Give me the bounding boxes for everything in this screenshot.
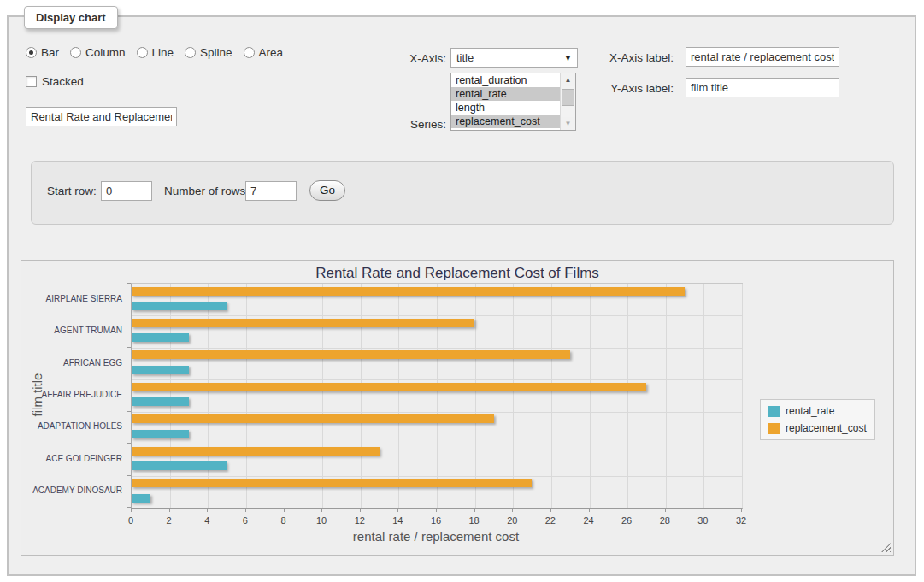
y-tick-mark: [127, 411, 131, 412]
series-option-length[interactable]: length: [451, 101, 561, 115]
chart-type-radio-bar[interactable]: Bar: [26, 46, 59, 59]
chart-panel: Rental Rate and Replacement Cost of Film…: [21, 260, 894, 556]
horizontal-gridline: [132, 444, 742, 444]
series-option-rental-duration[interactable]: rental_duration: [451, 73, 561, 87]
vertical-gridline: [361, 284, 362, 508]
legend-item-replacement-cost[interactable]: replacement_cost: [768, 422, 867, 434]
x-axis-select-label: X-Axis:: [376, 52, 446, 65]
y-tick-mark: [127, 315, 131, 315]
bar-rental-rate-academy-dinosaur[interactable]: [132, 494, 150, 503]
fieldset-legend: Display chart: [24, 6, 118, 29]
horizontal-gridline: [132, 476, 742, 477]
vertical-gridline: [666, 284, 667, 508]
category-label-african-egg: AFRICAN EGG: [21, 358, 122, 367]
x-tick-mark: [436, 508, 437, 512]
x-tick-label: 2: [152, 515, 186, 526]
vertical-gridline: [513, 284, 514, 508]
legend-label: rental_rate: [786, 405, 834, 417]
stacked-label: Stacked: [42, 75, 84, 88]
x-tick-mark: [627, 508, 627, 512]
vertical-gridline: [551, 284, 552, 508]
scrollbar[interactable]: ▲ ▼: [560, 73, 575, 130]
chart-type-radio-spline[interactable]: Spline: [185, 46, 232, 59]
legend-item-rental-rate[interactable]: rental_rate: [768, 405, 867, 417]
bar-replacement-cost-affair-prejudice[interactable]: [132, 383, 646, 391]
scrollbar-thumb[interactable]: [562, 89, 574, 106]
page: Display chart BarColumnLineSplineArea St…: [0, 0, 924, 582]
radio-label: Area: [259, 46, 284, 59]
number-of-rows-label: Number of rows:: [164, 185, 249, 197]
vertical-gridline: [742, 284, 743, 508]
series-option-replacement-cost[interactable]: replacement_cost: [451, 115, 561, 128]
chart-title-input[interactable]: [26, 107, 177, 126]
chart-type-radio-column[interactable]: Column: [70, 46, 126, 59]
bar-replacement-cost-academy-dinosaur[interactable]: [132, 479, 532, 487]
x-axis-select[interactable]: title ▼: [450, 48, 578, 68]
x-tick-label: 0: [114, 515, 148, 526]
vertical-gridline: [475, 284, 476, 508]
rental-rate-swatch-icon: [768, 406, 780, 417]
bar-replacement-cost-airplane-sierra[interactable]: [132, 287, 685, 296]
x-axis-label-field-label: X-Axis label:: [590, 51, 674, 64]
scrollbar-down-icon[interactable]: ▼: [561, 117, 575, 130]
series-option-rental-rate[interactable]: rental_rate: [451, 87, 561, 101]
y-axis-label-input[interactable]: [686, 78, 839, 97]
x-axis-label-input[interactable]: [686, 47, 839, 67]
y-tick-mark: [127, 347, 131, 348]
vertical-gridline: [590, 284, 591, 508]
x-tick-label: 22: [533, 515, 568, 526]
x-tick-label: 32: [724, 515, 758, 526]
x-tick-mark: [589, 508, 590, 512]
start-row-input[interactable]: [101, 181, 152, 201]
bar-rental-rate-affair-prejudice[interactable]: [132, 397, 189, 406]
series-multiselect[interactable]: rental_durationrental_ratelengthreplacem…: [450, 73, 576, 131]
vertical-gridline: [703, 284, 704, 508]
bar-replacement-cost-agent-truman[interactable]: [132, 319, 474, 327]
radio-icon-bar: [26, 47, 37, 58]
category-label-affair-prejudice: AFFAIR PREJUDICE: [21, 390, 122, 399]
chart-type-radio-line[interactable]: Line: [137, 46, 174, 59]
chart-type-radio-area[interactable]: Area: [244, 46, 284, 59]
x-tick-mark: [703, 508, 703, 512]
x-tick-label: 16: [419, 515, 453, 526]
row-controls-panel: [31, 161, 894, 225]
x-tick-mark: [550, 508, 551, 512]
x-tick-mark: [321, 508, 322, 512]
stacked-checkbox-icon[interactable]: [26, 76, 37, 87]
x-tick-mark: [207, 508, 208, 512]
y-tick-mark: [127, 475, 131, 476]
x-tick-mark: [665, 508, 666, 512]
x-tick-label: 30: [686, 515, 720, 526]
bar-replacement-cost-adaptation-holes[interactable]: [132, 414, 494, 423]
horizontal-gridline: [132, 315, 742, 316]
vertical-gridline: [285, 284, 285, 508]
radio-icon-line: [137, 47, 148, 58]
bar-rental-rate-adaptation-holes[interactable]: [132, 430, 189, 438]
resize-handle-icon[interactable]: [881, 543, 891, 552]
vertical-gridline: [627, 284, 628, 508]
go-button[interactable]: Go: [309, 180, 345, 201]
radio-label: Column: [85, 46, 126, 59]
x-tick-label: 10: [304, 515, 338, 526]
bar-rental-rate-airplane-sierra[interactable]: [132, 302, 227, 310]
radio-icon-area: [244, 47, 255, 58]
plot-area: [131, 283, 743, 509]
y-tick-mark: [127, 443, 131, 444]
radio-icon-spline: [185, 47, 196, 58]
x-tick-mark: [245, 508, 246, 512]
bar-rental-rate-agent-truman[interactable]: [132, 333, 189, 342]
horizontal-gridline: [132, 379, 742, 380]
bar-rental-rate-african-egg[interactable]: [132, 366, 189, 374]
x-tick-label: 4: [190, 515, 224, 526]
number-of-rows-input[interactable]: [245, 181, 297, 201]
y-tick-mark: [127, 379, 131, 379]
radio-label: Line: [152, 46, 174, 59]
scrollbar-up-icon[interactable]: ▲: [561, 73, 575, 86]
x-tick-label: 6: [228, 515, 262, 526]
bar-replacement-cost-ace-goldfinger[interactable]: [132, 447, 380, 456]
chart-title: Rental Rate and Replacement Cost of Film…: [21, 265, 893, 282]
stacked-checkbox-row[interactable]: Stacked: [26, 75, 84, 88]
bar-replacement-cost-african-egg[interactable]: [132, 350, 570, 359]
x-tick-mark: [512, 508, 513, 512]
bar-rental-rate-ace-goldfinger[interactable]: [132, 461, 227, 470]
